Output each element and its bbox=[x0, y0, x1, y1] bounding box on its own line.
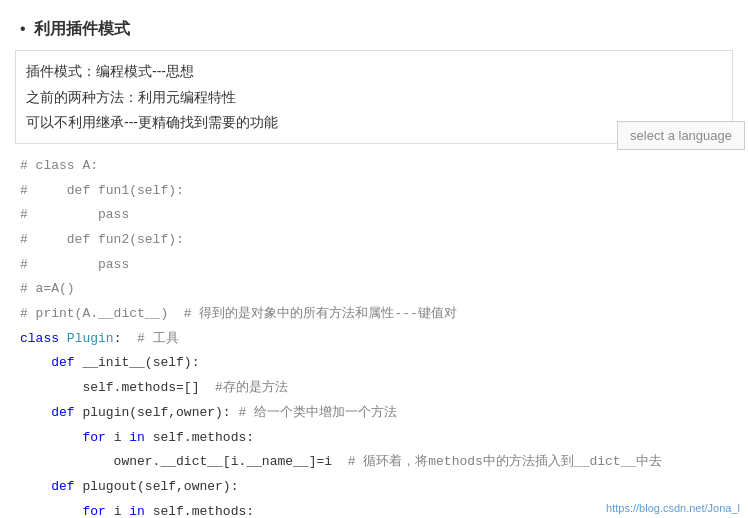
code-line-8: class Plugin: # 工具 bbox=[20, 327, 728, 352]
code-line-13: owner.__dict__[i.__name__]=i # 循环着，将meth… bbox=[20, 450, 728, 475]
code-line-1: # class A: bbox=[20, 154, 728, 179]
code-line-4: # def fun2(self): bbox=[20, 228, 728, 253]
code-line-14: def plugout(self,owner): bbox=[20, 475, 728, 500]
code-line-12: for i in self.methods: bbox=[20, 426, 728, 451]
bullet-text: 利用插件模式 bbox=[34, 18, 130, 40]
code-line-9: def __init__(self): bbox=[20, 351, 728, 376]
code-line-10: self.methods=[] #存的是方法 bbox=[20, 376, 728, 401]
bullet-dot: • bbox=[20, 18, 26, 40]
text-line-2: 之前的两种方法：利用元编程特性 bbox=[26, 85, 722, 110]
code-block: # class A: # def fun1(self): # pass # de… bbox=[0, 144, 748, 518]
text-line-1: 插件模式：编程模式---思想 bbox=[26, 59, 722, 84]
language-selector[interactable]: select a language bbox=[617, 121, 745, 150]
code-line-11: def plugin(self,owner): # 给一个类中增加一个方法 bbox=[20, 401, 728, 426]
code-line-6: # a=A() bbox=[20, 277, 728, 302]
page-wrapper: • 利用插件模式 插件模式：编程模式---思想 之前的两种方法：利用元编程特性 … bbox=[0, 0, 748, 518]
code-line-3: # pass bbox=[20, 203, 728, 228]
code-line-7: # print(A.__dict__) # 得到的是对象中的所有方法和属性---… bbox=[20, 302, 728, 327]
code-line-5: # pass bbox=[20, 253, 728, 278]
watermark: https://blog.csdn.net/Jona_l bbox=[606, 502, 740, 514]
code-line-2: # def fun1(self): bbox=[20, 179, 728, 204]
bullet-section: • 利用插件模式 bbox=[0, 10, 748, 50]
